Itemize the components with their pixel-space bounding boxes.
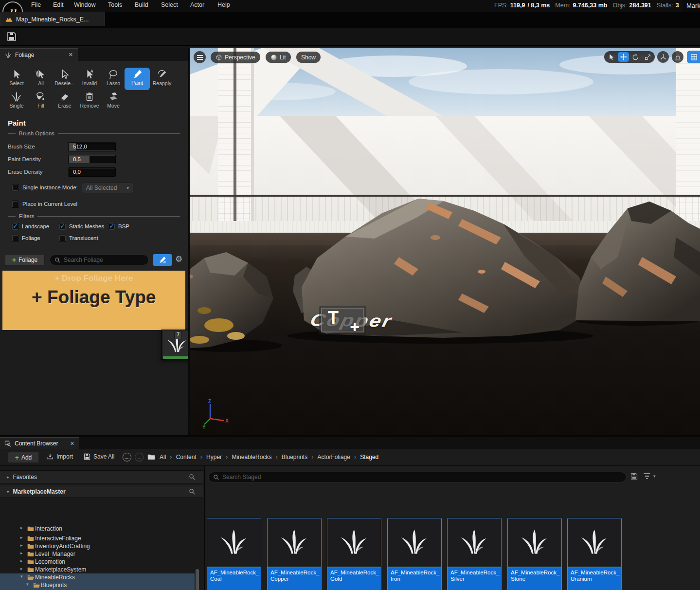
- tree-item-marketplacesystem[interactable]: ▸MarketplaceSystem: [0, 566, 195, 573]
- level-tab[interactable]: Map_Mineable_Rocks_E...: [0, 12, 105, 26]
- save-search-icon[interactable]: [630, 473, 638, 480]
- tool-lasso[interactable]: Lasso: [101, 69, 126, 86]
- tree-item-level-manager[interactable]: ▸Level_Manager: [0, 550, 195, 558]
- back-button[interactable]: ←: [123, 453, 131, 461]
- tree-scrollbar[interactable]: [196, 569, 199, 590]
- show-dropdown[interactable]: Show: [296, 52, 321, 63]
- forward-button[interactable]: →: [135, 453, 144, 461]
- asset-card-copper[interactable]: AF_MineableRock_CopperActor Foliage: [267, 518, 322, 590]
- viewport-options-menu-button[interactable]: [194, 51, 206, 63]
- close-icon[interactable]: ✕: [69, 52, 73, 58]
- asset-card-stone[interactable]: AF_MineableRock_StoneActor Foliage: [507, 518, 562, 590]
- breadcrumb-mineablerocks[interactable]: MineableRocks: [232, 454, 271, 461]
- tool-remove[interactable]: Remove: [77, 92, 102, 109]
- single-instance-checkbox[interactable]: [12, 184, 19, 191]
- favorites-header[interactable]: ▸ Favorites: [0, 470, 203, 483]
- collection-header[interactable]: ▾ MarketplaceMaster: [0, 485, 203, 498]
- lit-mode-dropdown[interactable]: Lit: [266, 52, 291, 63]
- move-tool-button[interactable]: [618, 52, 629, 62]
- grid-snapping-button[interactable]: [687, 51, 700, 63]
- panel-resize-handle[interactable]: [188, 48, 190, 435]
- svg-text:Y: Y: [202, 424, 206, 429]
- close-icon[interactable]: ✕: [70, 441, 74, 447]
- filter-static-meshes-checkbox[interactable]: ✓: [59, 223, 66, 230]
- level-viewport[interactable]: Copper T+ Perspective Lit Show: [190, 48, 700, 435]
- save-level-button[interactable]: [7, 32, 17, 43]
- surface-snapping-button[interactable]: [672, 51, 683, 63]
- paint-density-slider[interactable]: 0,5: [68, 155, 116, 164]
- tree-item-inventoryandcrafting[interactable]: ▸InventoryAndCrafting: [0, 542, 195, 550]
- brush-options-divider[interactable]: Brush Options: [8, 130, 180, 136]
- tool-paint[interactable]: Paint: [125, 68, 150, 90]
- menu-help[interactable]: Help: [217, 0, 230, 9]
- breadcrumb-staged[interactable]: Staged: [360, 454, 378, 461]
- scale-tool-button[interactable]: [642, 52, 653, 62]
- tool-erase[interactable]: Erase: [53, 92, 77, 109]
- menu-tools[interactable]: Tools: [108, 0, 122, 9]
- collapse-arrow-icon[interactable]: ▾: [7, 489, 9, 494]
- back-arrow-icon: ←: [125, 454, 130, 460]
- tree-item-interaction[interactable]: ▸Interaction: [0, 525, 195, 533]
- tree-item-mineablerocks[interactable]: ▾MineableRocks: [0, 573, 195, 581]
- breadcrumb-content[interactable]: Content: [176, 454, 197, 461]
- menu-build[interactable]: Build: [135, 0, 148, 9]
- asset-card-silver[interactable]: AF_MineableRock_SilverActor Foliage: [447, 518, 502, 590]
- menu-actor[interactable]: Actor: [190, 0, 204, 9]
- rotate-tool-button[interactable]: [630, 52, 641, 62]
- import-button[interactable]: Import: [47, 453, 73, 460]
- breadcrumb-all[interactable]: All: [160, 454, 166, 461]
- filter-foliage-checkbox[interactable]: [12, 235, 19, 242]
- tool-deselect[interactable]: Desele...: [53, 69, 77, 86]
- foliage-details-toggle-button[interactable]: [153, 254, 172, 266]
- tool-select[interactable]: Select: [4, 69, 29, 86]
- asset-card-gold[interactable]: AF_MineableRock_GoldActor Foliage: [327, 518, 381, 590]
- brush-size-label: Brush Size: [8, 144, 35, 149]
- tree-item-blueprints[interactable]: ▾Blueprints: [0, 581, 195, 589]
- breadcrumb-hyper[interactable]: Hyper: [206, 454, 222, 461]
- single-instance-dropdown[interactable]: All Selected▾: [82, 183, 133, 193]
- filter-translucent-checkbox[interactable]: [59, 235, 66, 242]
- drag-cursor-overlay: T+: [319, 306, 366, 334]
- tree-item-interactivefoliage[interactable]: ▸InteractiveFoliage: [0, 535, 195, 542]
- search-icon: [54, 257, 61, 263]
- foliage-tab[interactable]: Foliage ✕: [0, 48, 78, 61]
- save-all-button[interactable]: Save All: [84, 453, 114, 460]
- search-icon[interactable]: [189, 474, 196, 480]
- tree-item-locomotion[interactable]: ▸Locomotion: [0, 558, 195, 566]
- tool-move[interactable]: Move: [101, 92, 126, 109]
- world-space-toggle-button[interactable]: [657, 51, 669, 63]
- tool-single[interactable]: Single: [4, 92, 29, 109]
- asset-card-coal[interactable]: AF_MineableRock_CoalActor Foliage: [207, 518, 261, 590]
- erase-density-slider[interactable]: 0,0: [68, 167, 116, 177]
- tool-reapply[interactable]: Reapply: [150, 69, 174, 86]
- foliage-icon: [221, 530, 247, 556]
- tool-fill[interactable]: Fill: [29, 92, 53, 109]
- tool-select-all[interactable]: All: [29, 69, 53, 86]
- filter-landscape-checkbox[interactable]: ✓: [12, 223, 19, 230]
- select-tool-button[interactable]: [606, 52, 617, 62]
- foliage-drop-area[interactable]: + Drop Foliage Here + Foliage Type: [2, 271, 185, 330]
- expand-arrow-icon[interactable]: ▸: [7, 475, 9, 479]
- menu-file[interactable]: File: [31, 0, 41, 9]
- asset-card-uranium[interactable]: AF_MineableRock_UraniumActor Foliage: [567, 518, 622, 590]
- gear-icon[interactable]: ⚙: [175, 254, 182, 264]
- asset-card-iron[interactable]: AF_MineableRock_IronActor Foliage: [387, 518, 442, 590]
- place-in-level-checkbox[interactable]: [12, 201, 19, 208]
- filter-bsp-checkbox[interactable]: ✓: [108, 223, 115, 230]
- perspective-dropdown[interactable]: Perspective: [211, 52, 260, 63]
- tool-invalid[interactable]: AInvalid: [77, 69, 102, 86]
- menu-select[interactable]: Select: [161, 0, 178, 9]
- menu-edit[interactable]: Edit: [53, 0, 64, 9]
- add-asset-button[interactable]: + Add: [8, 452, 39, 463]
- filters-divider[interactable]: Filters: [8, 213, 180, 219]
- menu-window[interactable]: Window: [74, 0, 95, 9]
- add-foliage-button[interactable]: + Foliage: [5, 254, 45, 266]
- breadcrumb-actorfoliage[interactable]: ActorFoliage: [318, 454, 350, 461]
- search-icon[interactable]: [189, 488, 196, 495]
- search-assets-input[interactable]: Search Staged: [208, 472, 627, 482]
- brush-size-slider[interactable]: 512,0: [68, 142, 116, 151]
- filter-dropdown[interactable]: ▾: [643, 473, 656, 479]
- content-browser-tab[interactable]: Content Browser ✕: [0, 437, 79, 449]
- search-foliage-input[interactable]: Search Foliage: [50, 255, 149, 265]
- breadcrumb-blueprints[interactable]: Blueprints: [282, 454, 307, 461]
